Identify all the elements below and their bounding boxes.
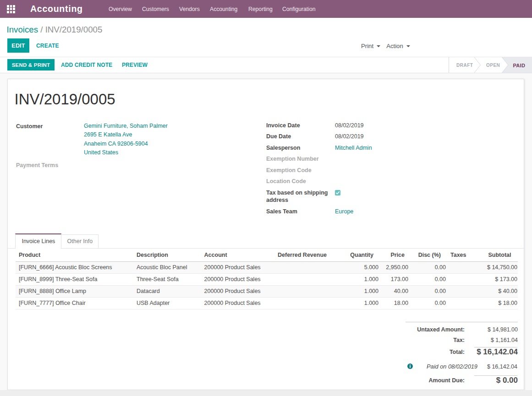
svg-text:DRAFT: DRAFT	[456, 63, 473, 68]
svg-text:OPEN: OPEN	[486, 63, 500, 68]
svg-text:PAID: PAID	[513, 63, 526, 68]
